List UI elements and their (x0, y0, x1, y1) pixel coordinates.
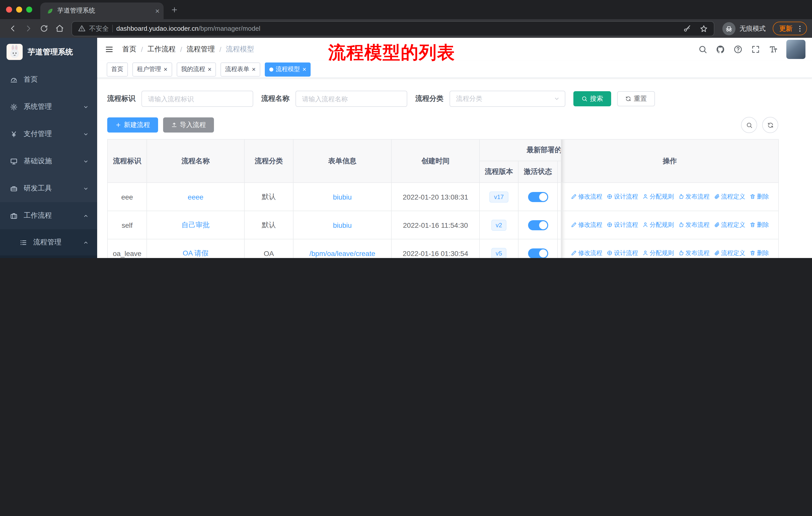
action-assign-rule-link[interactable]: 分配规则 (642, 192, 674, 201)
toggle-search-button[interactable] (741, 117, 757, 133)
process-name-link[interactable]: OA 请假 (183, 249, 209, 257)
sidebar-item-system-management[interactable]: 系统管理 (0, 93, 97, 120)
action-modify-process-link[interactable]: 修改流程 (571, 192, 602, 201)
breadcrumb-item[interactable]: 流程管理 (187, 45, 215, 54)
process-name-link[interactable]: 自己审批 (181, 220, 210, 228)
tag-tenant-management[interactable]: 租户管理× (133, 62, 172, 76)
reset-button[interactable]: 重置 (617, 91, 655, 106)
forward-button[interactable] (24, 24, 33, 33)
search-icon (581, 96, 587, 102)
tag-close-icon[interactable]: × (164, 66, 167, 73)
sidebar-item-process-management[interactable]: 流程管理 (0, 229, 97, 255)
tag-close-icon[interactable]: × (252, 66, 256, 73)
font-size-icon[interactable] (769, 45, 778, 54)
sidebar-item-payment-management[interactable]: 支付管理 (0, 120, 97, 147)
breadcrumb-item[interactable]: 首页 (122, 45, 137, 54)
tag-my-process[interactable]: 我的流程× (176, 62, 216, 76)
app-logo-row[interactable]: 芋道管理系统 (0, 38, 97, 66)
category-select[interactable]: 流程分类 (450, 91, 565, 107)
process-key-input[interactable] (141, 91, 253, 107)
create-process-button[interactable]: 新建流程 (107, 117, 158, 133)
action-label: 流程定义 (721, 192, 745, 201)
action-design-process-link[interactable]: 设计流程 (606, 221, 638, 229)
active-toggle[interactable] (528, 192, 548, 202)
form-info-link[interactable]: biubiu (333, 193, 352, 201)
sidebar-item-label: 研发工具 (24, 184, 83, 193)
action-delete-process-link[interactable]: 删除 (749, 249, 769, 257)
action-publish-process-link[interactable]: 发布流程 (678, 192, 709, 201)
import-process-button[interactable]: 导入流程 (163, 117, 214, 133)
action-assign-rule-link[interactable]: 分配规则 (642, 249, 674, 257)
action-modify-process-link[interactable]: 修改流程 (571, 249, 602, 257)
tag-close-icon[interactable]: × (208, 66, 211, 73)
breadcrumb-item[interactable]: 工作流程 (147, 45, 176, 54)
action-process-definition-link[interactable]: 流程定义 (714, 221, 745, 229)
header-search-icon[interactable] (698, 45, 707, 54)
sidebar-item-dev-tools[interactable]: 研发工具 (0, 175, 97, 202)
tab-close-icon[interactable]: × (155, 7, 160, 15)
action-delete-process-link[interactable]: 删除 (749, 192, 769, 201)
search-button[interactable]: 搜索 (573, 91, 611, 106)
tag-close-icon[interactable]: × (302, 66, 306, 73)
process-name-input[interactable] (295, 91, 407, 107)
action-assign-rule-link[interactable]: 分配规则 (642, 221, 674, 229)
action-publish-process-link[interactable]: 发布流程 (678, 221, 709, 229)
sidebar-item-workflow[interactable]: 工作流程 (0, 202, 97, 229)
github-icon[interactable] (716, 45, 725, 54)
reload-button[interactable] (40, 24, 48, 33)
version-cell: v17 (480, 183, 518, 211)
action-design-process-link[interactable]: 设计流程 (606, 192, 638, 201)
bookmark-star-icon[interactable] (700, 24, 708, 32)
active-toggle[interactable] (528, 248, 548, 258)
back-button[interactable] (8, 24, 17, 33)
new-tab-button[interactable] (171, 6, 178, 13)
sidebar-item-infrastructure[interactable]: 基础设施 (0, 147, 97, 175)
yen-icon (10, 130, 18, 138)
browser-tab[interactable]: 芋道管理系统 × (40, 2, 164, 19)
process-category-cell: 默认 (244, 211, 293, 239)
action-label: 发布流程 (686, 249, 709, 257)
filter-label: 流程标识 (107, 94, 136, 103)
tag-process-model[interactable]: 流程模型× (265, 62, 311, 76)
tab-title: 芋道管理系统 (57, 6, 151, 15)
edit-icon (571, 222, 577, 228)
tag-process-form[interactable]: 流程表单× (221, 62, 260, 76)
update-button[interactable]: 更新 (773, 22, 807, 35)
close-window-button[interactable] (6, 6, 12, 12)
spacer-cell (557, 183, 561, 211)
chevron-down-icon (554, 96, 560, 102)
user-avatar[interactable] (786, 40, 806, 59)
zoom-window-button[interactable] (26, 6, 32, 12)
fullscreen-icon[interactable] (751, 45, 760, 54)
url-path: /bpm/manager/model (199, 25, 261, 32)
process-name-link[interactable]: eeee (188, 193, 203, 201)
help-icon[interactable] (733, 45, 743, 54)
action-process-definition-link[interactable]: 流程定义 (714, 249, 745, 257)
password-key-icon[interactable] (683, 24, 691, 32)
home-button[interactable] (55, 24, 64, 33)
active-toggle[interactable] (528, 220, 548, 230)
minimize-window-button[interactable] (16, 6, 22, 12)
tag-home[interactable]: 首页 (107, 62, 128, 76)
action-publish-process-link[interactable]: 发布流程 (678, 249, 709, 257)
action-process-definition-link[interactable]: 流程定义 (714, 192, 745, 201)
incognito-avatar (722, 22, 735, 35)
status-cell (518, 239, 557, 258)
address-bar[interactable]: 不安全 dashboard.yudao.iocoder.cn/bpm/manag… (71, 21, 714, 36)
refresh-table-button[interactable] (762, 117, 778, 133)
assign-icon (642, 222, 648, 228)
action-design-process-link[interactable]: 设计流程 (606, 249, 638, 257)
sidebar-item-home[interactable]: 首页 (0, 66, 97, 93)
form-info-link[interactable]: /bpm/oa/leave/create (309, 249, 375, 257)
app-root: 芋道管理系统 首页系统管理支付管理基础设施研发工具工作流程流程管理流程表单用户分… (0, 38, 812, 258)
action-modify-process-link[interactable]: 修改流程 (571, 221, 602, 229)
action-delete-process-link[interactable]: 删除 (749, 221, 769, 229)
incognito-icon (725, 24, 733, 32)
delete-icon (749, 250, 755, 256)
tag-label: 流程表单 (225, 65, 249, 74)
sidebar-collapse-button[interactable] (97, 45, 121, 54)
form-info-link[interactable]: biubiu (333, 221, 352, 229)
browser-menu-kebab-icon[interactable] (796, 24, 804, 32)
col-header-deployment-group: 最新部署的流程定义 (480, 139, 561, 161)
sidebar-item-process-form[interactable]: 流程表单 (0, 255, 97, 258)
